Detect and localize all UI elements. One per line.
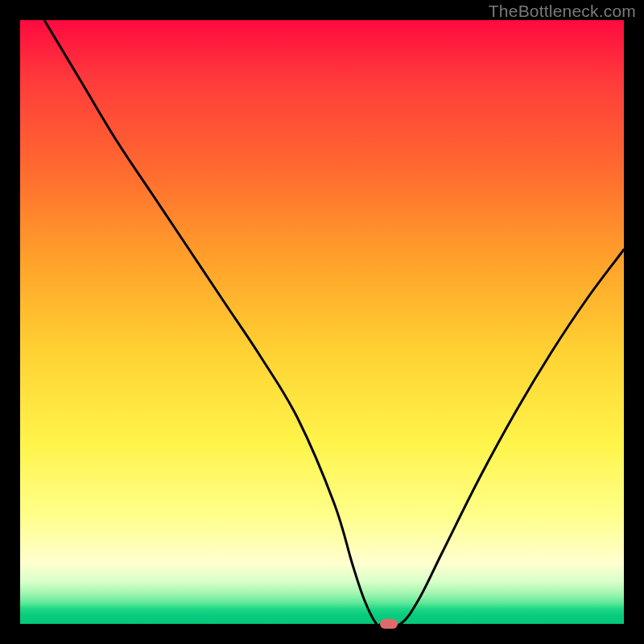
optimal-marker (380, 619, 398, 629)
chart-svg (20, 20, 624, 624)
bottleneck-curve (44, 20, 624, 624)
chart-container: TheBottleneck.com (0, 0, 644, 644)
watermark-text: TheBottleneck.com (489, 2, 636, 21)
plot-area (20, 20, 624, 624)
